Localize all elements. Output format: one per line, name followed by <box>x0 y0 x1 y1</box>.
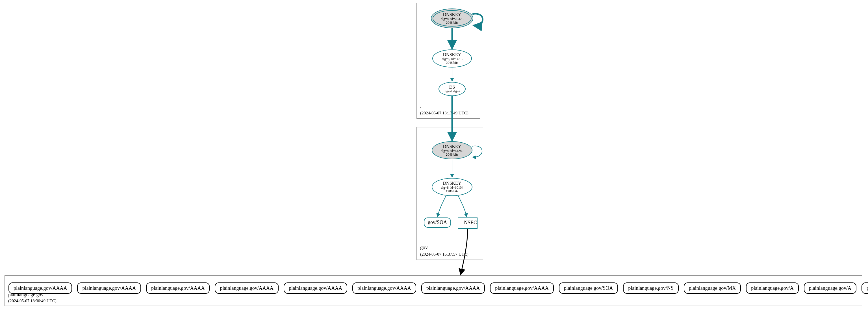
root-ds-node: DS digest alg=2 <box>438 82 466 96</box>
gov-ksk-node: DNSKEY alg=8, id=64280 2048 bits <box>432 141 472 159</box>
root-ds-alg: digest alg=2 <box>444 90 460 93</box>
root-ksk-alg: alg=8, id=20326 <box>441 17 463 21</box>
gov-zsk-bits: 1280 bits <box>446 189 458 193</box>
gov-soa-label: gov/SOA <box>428 220 447 225</box>
leaf-record: plainlanguage.gov/AAAA <box>215 282 278 294</box>
gov-zsk-node: DNSKEY alg=8, id=10104 1280 bits <box>432 178 472 196</box>
leaf-record: plainlanguage.gov/NS <box>623 282 678 294</box>
leaf-record: plainlanguage.gov/MX <box>684 282 741 294</box>
zone-gov-timestamp: (2024-05-07 16:37:57 UTC) <box>420 252 468 257</box>
zone-leaf-timestamp: (2024-05-07 18:30:49 UTC) <box>8 299 57 303</box>
root-zsk-title: DNSKEY <box>443 52 461 57</box>
root-ds-title: DS <box>449 85 455 90</box>
root-zsk-node: DNSKEY alg=8, id=5613 2048 bits <box>432 50 472 67</box>
leaf-records-row: plainlanguage.gov/AAAA plainlanguage.gov… <box>8 282 868 294</box>
root-ksk-node: DNSKEY alg=8, id=20326 2048 bits <box>431 8 473 28</box>
gov-nsec-node: NSEC <box>458 217 477 229</box>
leaf-record: plainlanguage.gov/A <box>804 282 857 294</box>
leaf-record: plainlanguage.gov/AAAA <box>146 282 210 294</box>
gov-zsk-alg: alg=8, id=10104 <box>441 186 463 189</box>
leaf-record: plainlanguage.gov/SOA <box>559 282 618 294</box>
zone-root-label: . <box>420 103 422 109</box>
zone-gov-label: gov <box>420 245 428 250</box>
gov-soa-node: gov/SOA <box>424 217 451 228</box>
root-ksk-bits: 2048 bits <box>446 21 458 25</box>
root-zsk-bits: 2048 bits <box>446 61 458 65</box>
leaf-record: plainlanguage.gov/A <box>746 282 799 294</box>
root-zsk-alg: alg=8, id=5613 <box>442 57 463 61</box>
zone-root-timestamp: (2024-05-07 13:17:49 UTC) <box>420 111 468 116</box>
leaf-record: plainlanguage.gov/AAAA <box>421 282 485 294</box>
gov-ksk-alg: alg=8, id=64280 <box>441 149 463 153</box>
leaf-record: plainlanguage.gov/AAAA <box>284 282 347 294</box>
leaf-record: plainlanguage.gov/AAAA <box>8 282 72 294</box>
gov-ksk-title: DNSKEY <box>443 144 461 149</box>
leaf-record: plainlanguage.gov/AAAA <box>352 282 416 294</box>
gov-zsk-title: DNSKEY <box>443 181 461 186</box>
leaf-record: plainlanguage.gov/AAAA <box>490 282 554 294</box>
root-ksk-title: DNSKEY <box>443 12 461 17</box>
gov-nsec-label: NSEC <box>464 220 477 226</box>
gov-ksk-bits: 2048 bits <box>446 153 458 156</box>
leaf-record: plainlanguage.gov/AAAA <box>77 282 141 294</box>
leaf-record: plainlanguage.gov/TXT <box>862 282 868 294</box>
